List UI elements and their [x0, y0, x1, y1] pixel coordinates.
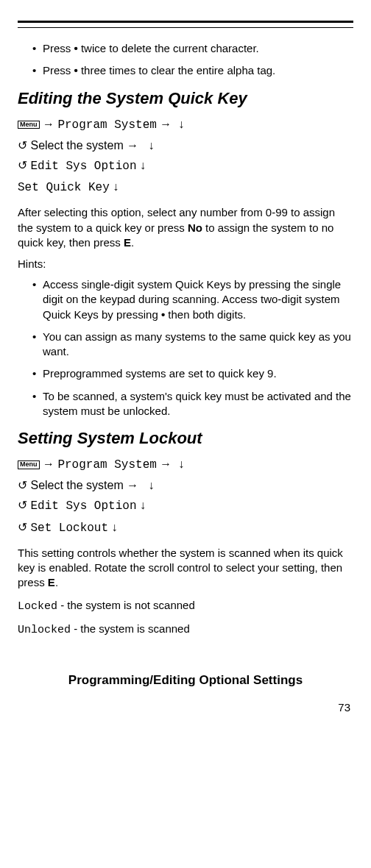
rule-thin	[18, 27, 353, 28]
top-bullet-list: Press • twice to delete the current char…	[18, 41, 353, 79]
hints-list: Access single-digit system Quick Keys by…	[18, 277, 353, 419]
rotate-icon: ↺	[18, 521, 27, 533]
list-item: To be scanned, a system's quick key must…	[32, 389, 353, 419]
list-item: Press • three times to clear the entire …	[32, 63, 353, 78]
nav-step: Select the system	[30, 139, 127, 152]
key-e: E	[48, 576, 55, 588]
arrow-down-icon: ↓	[140, 499, 146, 511]
nav-step: Program System	[57, 118, 156, 132]
nav-step: Set Quick Key	[18, 181, 110, 194]
nav-step: Select the system	[30, 479, 127, 491]
text: .	[131, 236, 134, 249]
text: .	[55, 576, 58, 588]
nav-step: Set Lockout	[30, 522, 108, 535]
arrow-down-icon: ↓	[149, 479, 155, 491]
arrow-right-icon: →	[43, 118, 54, 130]
text: then both digits.	[165, 308, 246, 321]
text: twice to delete the current character.	[78, 42, 259, 54]
list-item: You can assign as many systems to the sa…	[32, 330, 353, 360]
key-no: No	[188, 221, 202, 234]
key-e: E	[124, 236, 131, 249]
rotate-icon: ↺	[18, 479, 27, 491]
text: Press	[43, 64, 74, 77]
arrow-right-icon: →	[127, 479, 138, 491]
menu-key-icon: Menu	[18, 121, 40, 129]
arrow-down-icon: ↓	[113, 180, 119, 193]
arrow-right-icon: →	[160, 118, 172, 130]
list-item: Press • twice to delete the current char…	[32, 41, 353, 56]
section-heading-system-lockout: Setting System Lockout	[18, 429, 353, 448]
nav-path-lockout: Menu → Program System → ↓ ↺ Select the s…	[18, 454, 353, 538]
setting-locked: Locked - the system is not scanned	[18, 598, 353, 614]
rotate-icon: ↺	[18, 499, 27, 511]
page-number: 73	[18, 701, 353, 714]
code-locked: Locked	[18, 600, 57, 613]
nav-step: Program System	[57, 458, 156, 472]
arrow-down-icon: ↓	[140, 159, 146, 171]
nav-path-quick-key: Menu → Program System → ↓ ↺ Select the s…	[18, 114, 353, 199]
body-paragraph: This setting controls whether the system…	[18, 546, 353, 591]
arrow-right-icon: →	[43, 458, 54, 470]
arrow-down-icon: ↓	[149, 139, 155, 152]
arrow-down-icon: ↓	[178, 118, 184, 130]
text: - the system is scanned	[71, 622, 190, 635]
text: three times to clear the entire alpha ta…	[78, 64, 275, 77]
rotate-icon: ↺	[18, 159, 27, 171]
list-item: Access single-digit system Quick Keys by…	[32, 277, 353, 322]
arrow-right-icon: →	[160, 458, 172, 470]
nav-step: Edit Sys Option	[30, 160, 136, 173]
arrow-down-icon: ↓	[112, 521, 118, 533]
text: This setting controls whether the system…	[18, 547, 343, 589]
text: Press	[43, 42, 74, 54]
setting-unlocked: Unlocked - the system is scanned	[18, 622, 353, 638]
nav-step: Edit Sys Option	[30, 499, 136, 513]
hints-label: Hints:	[18, 257, 353, 270]
footer-title: Programming/Editing Optional Settings	[18, 673, 353, 688]
section-heading-editing-quick-key: Editing the System Quick Key	[18, 89, 353, 108]
menu-key-icon: Menu	[18, 460, 40, 469]
body-paragraph: After selecting this option, select any …	[18, 205, 353, 250]
text: - the system is not scanned	[57, 599, 195, 611]
code-unlocked: Unlocked	[18, 624, 71, 636]
arrow-right-icon: →	[127, 139, 138, 152]
arrow-down-icon: ↓	[178, 458, 184, 470]
rotate-icon: ↺	[18, 139, 27, 152]
rule-thick	[18, 21, 353, 23]
list-item: Preprogrammed systems are set to quick k…	[32, 366, 353, 381]
